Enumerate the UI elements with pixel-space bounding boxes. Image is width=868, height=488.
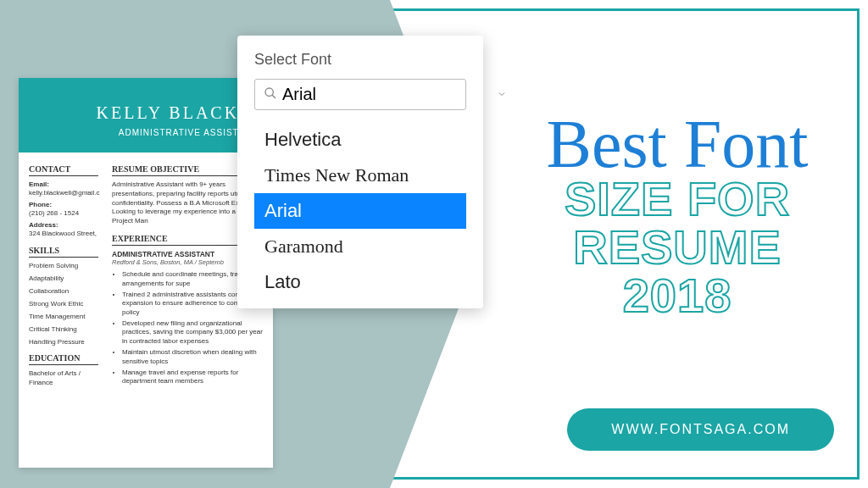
resume-header: KELLY BLACKW ADMINISTRATIVE ASSISTANT [19, 78, 273, 152]
svg-point-0 [265, 88, 273, 96]
contact-heading: CONTACT [29, 164, 98, 176]
font-select-popup: Select Font Helvetica Times New Roman Ar… [237, 36, 483, 308]
popup-title: Select Font [254, 51, 466, 69]
email-value: kelly.blackwell@gmail.c [29, 189, 100, 197]
search-icon [264, 86, 277, 103]
skills-heading: SKILLS [29, 246, 98, 258]
phone-label: Phone: [29, 201, 98, 209]
skill-item: Adaptability [29, 274, 98, 282]
address-label: Address: [29, 221, 98, 230]
resume-subtitle: ADMINISTRATIVE ASSISTANT [34, 128, 258, 137]
headline-script: Best Font [520, 119, 834, 169]
font-option-helvetica[interactable]: Helvetica [254, 122, 466, 158]
svg-line-1 [272, 95, 275, 98]
skill-item: Strong Work Ethic [29, 300, 98, 308]
headline-line2: RESUME 2018 [520, 223, 834, 319]
education-value: Bachelor of Arts / Finance [29, 369, 98, 387]
font-option-arial[interactable]: Arial [254, 193, 466, 229]
skill-item: Problem Solving [29, 262, 98, 269]
phone-value: (210) 268 - 1524 [29, 209, 79, 217]
headline: Best Font SIZE FOR RESUME 2018 [520, 119, 834, 319]
font-search-field[interactable] [254, 79, 466, 110]
bullet: Manage travel and expense reports for de… [122, 369, 263, 386]
skill-item: Collaboration [29, 287, 98, 295]
bullet: Maintain utmost discretion when dealing … [122, 348, 263, 366]
headline-line1: SIZE FOR [520, 175, 834, 223]
skill-item: Critical Thinking [29, 325, 98, 333]
font-option-garamond[interactable]: Garamond [254, 229, 466, 264]
resume-preview: KELLY BLACKW ADMINISTRATIVE ASSISTANT CO… [19, 78, 273, 468]
resume-name: KELLY BLACKW [34, 103, 258, 123]
font-list: Helvetica Times New Roman Arial Garamond… [254, 122, 466, 300]
resume-left-column: CONTACT Email:kelly.blackwell@gmail.c Ph… [29, 164, 105, 390]
font-search-input[interactable] [282, 85, 497, 104]
font-option-times[interactable]: Times New Roman [254, 158, 466, 193]
education-heading: EDUCATION [29, 353, 98, 365]
address-value: 324 Blackwood Street, [29, 230, 97, 237]
website-pill[interactable]: WWW.FONTSAGA.COM [567, 408, 834, 451]
email-label: Email: [29, 180, 98, 189]
resume-body: CONTACT Email:kelly.blackwell@gmail.c Ph… [19, 152, 273, 402]
font-option-lato[interactable]: Lato [254, 264, 466, 300]
skill-item: Time Management [29, 313, 98, 320]
bullet: Developed new filing and organizational … [122, 319, 263, 346]
skill-item: Handling Pressure [29, 338, 98, 346]
chevron-down-icon[interactable] [497, 88, 507, 102]
